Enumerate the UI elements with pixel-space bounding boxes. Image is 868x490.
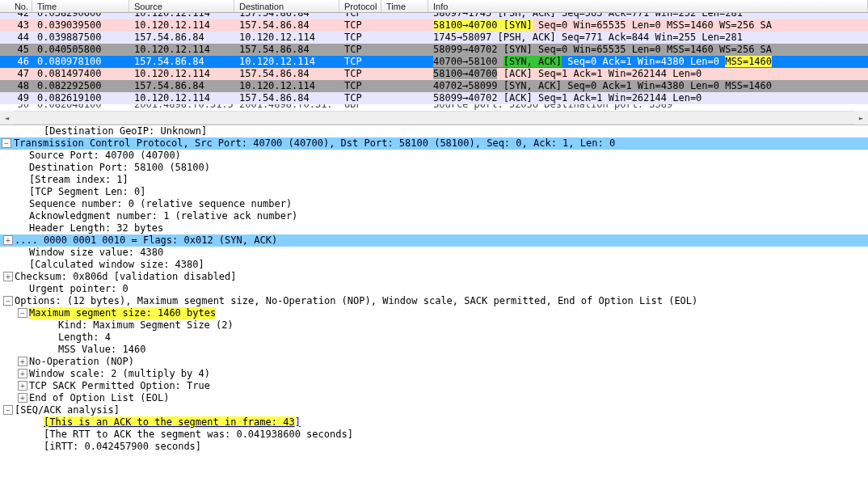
- cell-dst: 157.54.86.84: [234, 13, 339, 19]
- detail-ack-to-segment[interactable]: [This is an ACK to the segment in frame:…: [0, 416, 868, 429]
- cell-src: 157.54.86.84: [129, 80, 234, 92]
- column-header-no[interactable]: No.: [0, 0, 32, 12]
- column-header-time[interactable]: Time: [32, 0, 129, 12]
- packet-list-pane: No. Time Source Destination Protocol Tim…: [0, 0, 868, 125]
- detail-flags[interactable]: +.... 0000 0001 0010 = Flags: 0x012 (SYN…: [0, 234, 868, 247]
- cell-src: 10.120.12.114: [129, 92, 234, 104]
- cell-time2: [381, 13, 428, 19]
- cell-proto: TCP: [339, 32, 381, 44]
- cell-info: 1745→58097 [PSH, ACK] Seq=771 Ack=844 Wi…: [428, 32, 868, 44]
- cell-proto: TCP: [339, 56, 381, 68]
- expander-minus-icon[interactable]: −: [18, 308, 27, 318]
- scroll-left-arrow[interactable]: ◄: [0, 111, 14, 125]
- detail-seq[interactable]: Sequence number: 0 (relative sequence nu…: [0, 198, 868, 210]
- packet-row[interactable]: 450.04050580010.120.12.114157.54.86.84TC…: [0, 44, 868, 56]
- column-header-protocol[interactable]: Protocol: [339, 0, 381, 12]
- column-header-info[interactable]: Info: [428, 0, 868, 12]
- detail-eol[interactable]: +End of Option List (EOL): [0, 392, 868, 404]
- cell-time2: [381, 32, 428, 44]
- cell-no: 44: [0, 32, 32, 44]
- packet-row[interactable]: 490.08261910010.120.12.114157.54.86.84TC…: [0, 92, 868, 104]
- cell-proto: TCP: [339, 92, 381, 104]
- cell-src: 2001:4898:f0:31:5: [129, 104, 234, 111]
- cell-proto: TCP: [339, 13, 381, 19]
- cell-time2: [381, 56, 428, 68]
- cell-time: 0.082292500: [32, 80, 129, 92]
- detail-options[interactable]: −Options: (12 bytes), Maximum segment si…: [0, 295, 868, 307]
- packet-row[interactable]: 460.080978100157.54.86.8410.120.12.114TC…: [0, 56, 868, 68]
- detail-seqack[interactable]: −[SEQ/ACK analysis]: [0, 404, 868, 416]
- detail-geoip[interactable]: [Destination GeoIP: Unknown]: [0, 125, 868, 137]
- cell-src: 10.120.12.114: [129, 19, 234, 32]
- cell-time: 0.082648100: [32, 104, 129, 111]
- detail-calc-window[interactable]: [Calculated window size: 4380]: [0, 259, 868, 271]
- cell-no: 46: [0, 56, 32, 68]
- detail-mss[interactable]: −Maximum segment size: 1460 bytes: [0, 307, 868, 319]
- packet-row[interactable]: 480.082292500157.54.86.8410.120.12.114TC…: [0, 80, 868, 92]
- detail-stream-index[interactable]: [Stream index: 1]: [0, 174, 868, 186]
- packet-row[interactable]: 430.03903950010.120.12.114157.54.86.84TC…: [0, 19, 868, 32]
- cell-time2: [381, 92, 428, 104]
- detail-header-length[interactable]: Header Length: 32 bytes: [0, 222, 868, 234]
- cell-time2: [381, 44, 428, 56]
- cell-dst: 157.54.86.84: [234, 92, 339, 104]
- cell-dst: 157.54.86.84: [234, 19, 339, 32]
- column-header-destination[interactable]: Destination: [234, 0, 339, 12]
- cell-info: 58100→40700 [ACK] Seq=1 Ack=1 Win=262144…: [428, 68, 868, 80]
- expander-minus-icon[interactable]: −: [3, 405, 13, 415]
- detail-mss-value[interactable]: MSS Value: 1460: [0, 344, 868, 356]
- scroll-right-arrow[interactable]: ►: [854, 111, 868, 125]
- expander-plus-icon[interactable]: +: [18, 393, 27, 403]
- expander-minus-icon[interactable]: −: [3, 296, 13, 306]
- detail-nop[interactable]: +No-Operation (NOP): [0, 356, 868, 368]
- detail-mss-length[interactable]: Length: 4: [0, 332, 868, 344]
- detail-ack[interactable]: Acknowledgment number: 1 (relative ack n…: [0, 210, 868, 222]
- cell-dst: 10.120.12.114: [234, 32, 339, 44]
- detail-sack[interactable]: +TCP SACK Permitted Option: True: [0, 380, 868, 392]
- cell-no: 50: [0, 104, 32, 111]
- horizontal-scrollbar[interactable]: ◄ ►: [0, 111, 868, 125]
- cell-dst: 10.120.12.114: [234, 56, 339, 68]
- detail-window-scale[interactable]: +Window scale: 2 (multiply by 4): [0, 368, 868, 380]
- detail-window-size[interactable]: Window size value: 4380: [0, 247, 868, 259]
- cell-proto: TCP: [339, 44, 381, 56]
- expander-minus-icon[interactable]: −: [2, 138, 11, 148]
- expander-plus-icon[interactable]: +: [3, 235, 13, 245]
- column-header-source[interactable]: Source: [129, 0, 234, 12]
- cell-src: 10.120.12.114: [129, 13, 234, 19]
- cell-time2: [381, 104, 428, 111]
- detail-irtt[interactable]: [iRTT: 0.042457900 seconds]: [0, 441, 868, 453]
- expander-plus-icon[interactable]: +: [18, 357, 27, 366]
- detail-mss-kind[interactable]: Kind: Maximum Segment Size (2): [0, 319, 868, 332]
- cell-src: 10.120.12.114: [129, 44, 234, 56]
- packet-rows: 420.03829060010.120.12.114157.54.86.84TC…: [0, 13, 868, 111]
- cell-src: 157.54.86.84: [129, 56, 234, 68]
- detail-checksum[interactable]: +Checksum: 0x806d [validation disabled]: [0, 271, 868, 283]
- cell-dst: 10.120.12.114: [234, 80, 339, 92]
- packet-row[interactable]: 500.0826481002001:4898:f0:31:52001:4898:…: [0, 104, 868, 111]
- cell-time: 0.040505800: [32, 44, 129, 56]
- cell-info: 40700→58100 [SYN, ACK] Seq=0 Ack=1 Win=4…: [428, 56, 868, 68]
- detail-dst-port[interactable]: Destination Port: 58100 (58100): [0, 162, 868, 174]
- cell-info: 58099→40702 [ACK] Seq=1 Ack=1 Win=262144…: [428, 92, 868, 104]
- cell-time: 0.038290600: [32, 13, 129, 19]
- packet-row[interactable]: 440.039887500157.54.86.8410.120.12.114TC…: [0, 32, 868, 44]
- cell-dst: 2001:4898:f0:31:: [234, 104, 339, 111]
- column-header-time2[interactable]: Time: [381, 0, 428, 12]
- packet-row[interactable]: 420.03829060010.120.12.114157.54.86.84TC…: [0, 13, 868, 19]
- detail-src-port[interactable]: Source Port: 40700 (40700): [0, 150, 868, 162]
- cell-no: 48: [0, 80, 32, 92]
- detail-urgent[interactable]: Urgent pointer: 0: [0, 283, 868, 295]
- expander-plus-icon[interactable]: +: [18, 369, 27, 378]
- cell-no: 47: [0, 68, 32, 80]
- detail-rtt[interactable]: [The RTT to ACK the segment was: 0.04193…: [0, 429, 868, 441]
- cell-info: 40702→58099 [SYN, ACK] Seq=0 Ack=1 Win=4…: [428, 80, 868, 92]
- expander-plus-icon[interactable]: +: [3, 272, 13, 281]
- cell-proto: TCP: [339, 19, 381, 32]
- detail-seg-len[interactable]: [TCP Segment Len: 0]: [0, 186, 868, 198]
- cell-time: 0.081497400: [32, 68, 129, 80]
- cell-dst: 157.54.86.84: [234, 44, 339, 56]
- expander-plus-icon[interactable]: +: [18, 381, 27, 391]
- detail-tcp-header[interactable]: −Transmission Control Protocol, Src Port…: [0, 137, 868, 150]
- packet-row[interactable]: 470.08149740010.120.12.114157.54.86.84TC…: [0, 68, 868, 80]
